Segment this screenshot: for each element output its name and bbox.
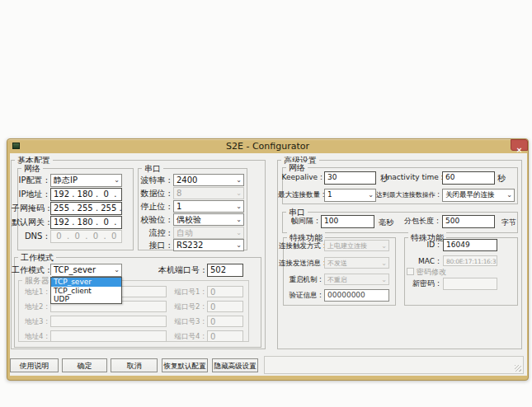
parity-select[interactable]: 偶校验⌄ <box>173 213 244 226</box>
inactivity-unit: 秒 <box>497 174 506 184</box>
flow-value: 自动 <box>177 228 193 237</box>
cancel-button[interactable]: 取消 <box>111 358 158 372</box>
chevron-down-icon: ⌄ <box>236 188 242 199</box>
chevron-down-icon: ⌄ <box>381 258 387 269</box>
databits-select: 8⌄ <box>173 187 244 199</box>
resize-grip-icon[interactable] <box>515 365 521 372</box>
max-conn-value: 1 <box>327 190 332 199</box>
keepalive-label: Keepalive : <box>278 171 322 184</box>
stopbits-value: 1 <box>177 202 181 211</box>
group-serial-title: 串口 <box>142 163 163 174</box>
dropdown-option-tcp-sever[interactable]: TCP_sever <box>51 278 121 287</box>
baud-label: 波特率 : <box>135 174 171 186</box>
port2-input: 0 <box>207 301 243 312</box>
ip-config-label: IP配置 : <box>12 174 48 186</box>
local-port-input[interactable]: 502 <box>207 264 243 277</box>
packet-len-unit: 字节 <box>501 218 516 227</box>
frame-interval-input[interactable]: 100 <box>321 215 374 228</box>
mask-label: 子网掩码 : <box>12 202 48 214</box>
usage-instructions-button[interactable]: 使用说明 <box>10 358 59 372</box>
id-input[interactable]: 16049 <box>443 239 497 251</box>
packet-len-input[interactable]: 500 <box>442 215 495 228</box>
dropdown-option-tcp-client[interactable]: TCP_client <box>51 287 121 296</box>
dns-label: DNS : <box>12 230 48 242</box>
password-change-checkbox <box>407 268 414 275</box>
addr4-label: 地址4 : <box>21 330 48 343</box>
frame-interval-unit: 毫秒 <box>379 218 393 227</box>
inactivity-label: Inactivity time : <box>385 171 440 184</box>
workmode-value: TCP_sever <box>54 265 96 274</box>
iface-label: 接口 : <box>135 239 171 251</box>
stopbits-label: 停止位 : <box>135 200 171 213</box>
ip-config-select[interactable]: 静态IP ⌄ <box>50 174 122 187</box>
port2-label: 端口号2 : <box>172 301 205 313</box>
id-label: ID : <box>406 239 440 251</box>
databits-value: 8 <box>177 189 181 198</box>
frame-interval-label: 帧间隔 : <box>282 215 318 227</box>
chevron-down-icon: ⌄ <box>381 241 387 251</box>
port3-input: 0 <box>207 316 243 327</box>
max-conn-action-select[interactable]: 关闭最早的连接⌄ <box>442 189 515 202</box>
max-conn-action-value: 关闭最早的连接 <box>445 190 495 199</box>
verify-label: 验证信息 : <box>279 289 322 302</box>
baud-value: 2400 <box>177 175 197 185</box>
chevron-down-icon: ⌄ <box>236 214 242 225</box>
dialog-body: 基本配置 网络 IP配置 : 静态IP ⌄ IP地址 : 192 . 180 .… <box>10 153 527 376</box>
mac-input: 80:0E:17:11:16:31 <box>443 255 497 266</box>
verify-input[interactable]: 00000000 <box>324 289 389 302</box>
workmode-select[interactable]: TCP_sever⌄ <box>50 264 122 277</box>
chevron-down-icon: ⌄ <box>236 240 242 250</box>
chevron-down-icon: ⌄ <box>236 227 242 238</box>
desktop: S2E - Configurator × 基本配置 网络 IP配置 : 静态IP… <box>0 0 532 407</box>
iface-select[interactable]: RS232⌄ <box>173 239 244 251</box>
restore-defaults-button[interactable]: 恢复默认配置 <box>162 358 208 372</box>
new-password-input <box>443 278 497 290</box>
inactivity-input[interactable]: 60 <box>442 171 495 185</box>
ok-button[interactable]: 确定 <box>62 358 107 372</box>
close-button[interactable]: × <box>511 139 528 151</box>
feedback-value: 不发送 <box>327 260 347 267</box>
ip-config-value: 静态IP <box>54 175 78 185</box>
ip-addr-label: IP地址 : <box>12 188 48 200</box>
group-workmode-title: 工作模式 <box>18 252 56 263</box>
workmode-dropdown-list: TCP_sever TCP_client UDP <box>50 277 122 304</box>
feedback-label: 连接发送消息 : <box>279 257 322 269</box>
new-password-label: 新密码 : <box>406 278 440 290</box>
chevron-down-icon: ⌄ <box>381 274 387 285</box>
baud-select[interactable]: 2400⌄ <box>173 174 244 186</box>
ip-addr-input[interactable]: 192 . 180 . 0 . 11 <box>50 188 122 201</box>
titlebar[interactable]: S2E - Configurator × <box>7 139 528 153</box>
keepalive-input[interactable]: 30 <box>324 171 376 185</box>
chevron-down-icon: ⌄ <box>114 264 120 275</box>
restart-select: 不重启⌄ <box>324 274 389 285</box>
iface-value: RS232 <box>177 241 203 250</box>
packet-len-label: 分包长度 : <box>398 215 439 227</box>
status-strip <box>264 356 524 374</box>
chevron-down-icon: ⌄ <box>236 175 242 185</box>
feedback-select: 不发送⌄ <box>324 257 389 269</box>
hide-advanced-button[interactable]: 隐藏高级设置 <box>212 358 258 372</box>
addr4-input <box>50 330 167 342</box>
group-network-title: 网络 <box>21 163 43 174</box>
mask-input[interactable]: 255 . 255 . 255 . 0 <box>50 202 122 215</box>
max-conn-select[interactable]: 1⌄ <box>324 189 376 202</box>
databits-label: 数据位 : <box>135 187 171 199</box>
dns-input: 0 . 0 . 0 . 0 <box>50 230 122 243</box>
restart-label: 重启机制 : <box>279 274 322 286</box>
trigger-label: 连接触发方式 : <box>279 240 322 252</box>
gateway-input[interactable]: 192 . 180 . 0 . 1 <box>50 216 122 229</box>
addr2-label: 地址2 : <box>21 301 48 313</box>
trigger-value: 上电建立连接 <box>327 242 367 250</box>
dropdown-option-udp[interactable]: UDP <box>51 295 121 304</box>
port4-input: 0 <box>207 330 243 342</box>
chevron-down-icon: ⌄ <box>236 201 242 212</box>
max-conn-action-label: 达到最大连接数操作 : <box>375 189 440 201</box>
workmode-label: 工作模式 : <box>12 264 48 276</box>
trigger-select: 上电建立连接⌄ <box>324 240 389 251</box>
addr3-input <box>50 316 167 327</box>
port1-input: 0 <box>207 286 243 297</box>
stopbits-select[interactable]: 1⌄ <box>173 200 244 213</box>
parity-label: 校验位 : <box>135 213 171 226</box>
restart-value: 不重启 <box>327 276 347 283</box>
addr3-label: 地址3 : <box>21 316 48 328</box>
